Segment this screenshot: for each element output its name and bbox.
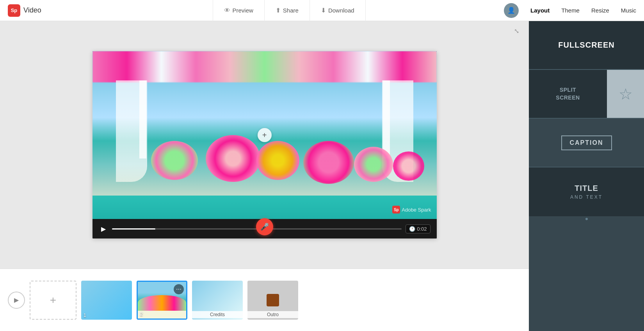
layout-caption[interactable]: CAPTION (529, 119, 644, 167)
timeline-play-button[interactable]: ▶ (8, 292, 25, 309)
download-label: Download (328, 7, 354, 14)
add-slide-button[interactable]: + (30, 281, 76, 320)
layout-fullscreen[interactable]: FULLSCREEN (529, 21, 644, 70)
app-title: Video (23, 6, 41, 14)
header: Sp Video 👁 Preview ⬆ Share ⬇ Download 👤 … (0, 0, 644, 21)
header-right-nav: Layout Theme Resize Music (530, 7, 636, 14)
watermark: Sp Adobe Spark (392, 206, 431, 214)
add-element-button[interactable]: + (258, 128, 272, 142)
bouquet-4 (303, 141, 354, 184)
bouquet-2 (206, 135, 260, 182)
clock-icon: 🕐 (409, 226, 415, 232)
play-button[interactable]: ▶ (99, 224, 108, 233)
preview-button[interactable]: 👁 Preview (213, 0, 265, 21)
main: ⤡ (0, 21, 644, 331)
slide-options-button[interactable]: ⋯ (174, 284, 184, 294)
expand-icon[interactable]: ⤡ (514, 27, 523, 36)
slide-1-number: 1 (84, 313, 86, 318)
share-label: Share (283, 7, 299, 14)
right-panel: FULLSCREEN SPLITSCREEN ☆ CAPTION TITLE A… (529, 21, 644, 331)
logo-icon: Sp (8, 4, 20, 17)
canvas-area: ⤡ (0, 21, 529, 331)
download-icon: ⬇ (321, 7, 326, 14)
timeline: ▶ + 1 ⋯ 2 Credits (0, 269, 529, 331)
progress-fill (112, 228, 155, 230)
slide-credits-label: Credits (192, 311, 243, 318)
layout-subtitle-label: AND TEXT (570, 194, 603, 200)
slide-2-number: 2 (140, 311, 143, 317)
mic-icon: 🎤 (260, 222, 269, 231)
logo-area: Sp Video (0, 4, 78, 17)
share-icon: ⬆ (276, 7, 281, 14)
tab-theme[interactable]: Theme (561, 7, 580, 14)
bouquet-3 (256, 141, 299, 180)
tab-resize[interactable]: Resize (591, 7, 609, 14)
timeline-play-icon: ▶ (14, 296, 19, 304)
download-button[interactable]: ⬇ Download (310, 0, 366, 21)
slide-2-flowers (138, 295, 186, 311)
layout-fullscreen-label: FULLSCREEN (558, 41, 614, 50)
add-slide-icon: + (50, 294, 56, 306)
watermark-text: Adobe Spark (402, 207, 431, 213)
layout-split-screen-label: SPLITSCREEN (556, 86, 580, 101)
slide-2[interactable]: ⋯ 2 (137, 281, 187, 320)
share-button[interactable]: ⬆ Share (265, 0, 310, 21)
header-right: 👤 Layout Theme Resize Music (500, 3, 644, 18)
tab-music[interactable]: Music (621, 7, 636, 14)
bouquet-1 (151, 141, 198, 180)
layout-split-screen[interactable]: SPLITSCREEN ☆ (529, 70, 644, 119)
preview-label: Preview (233, 7, 253, 14)
slide-1[interactable]: 1 (81, 281, 132, 320)
user-avatar[interactable]: 👤 (504, 3, 519, 18)
video-container: ⤡ (0, 21, 529, 269)
slide-credits[interactable]: Credits (192, 281, 243, 320)
slide-outro-icon (267, 294, 279, 306)
bouquet-5 (354, 147, 393, 182)
layout-caption-label: CAPTION (570, 139, 603, 146)
time-display: 🕐 0:02 (406, 224, 430, 233)
layout-caption-box: CAPTION (561, 135, 612, 150)
layout-title-text[interactable]: TITLE AND TEXT (529, 167, 644, 216)
video-image: + Sp Adobe Spark (93, 51, 437, 219)
header-nav: 👁 Preview ⬆ Share ⬇ Download (78, 0, 500, 21)
layout-title-label: TITLE (575, 184, 598, 193)
scroll-indicator (585, 218, 588, 220)
floral-arch-top (93, 51, 437, 82)
star-icon: ☆ (619, 85, 633, 103)
preview-icon: 👁 (224, 7, 230, 14)
slide-outro[interactable]: Outro (247, 281, 298, 320)
time-value: 0:02 (417, 226, 427, 232)
slide-outro-label: Outro (247, 311, 298, 318)
layout-split-screen-right: ☆ (607, 70, 644, 118)
layout-split-screen-left: SPLITSCREEN (529, 70, 607, 118)
video-frame: + Sp Adobe Spark ▶ 🎤 (93, 51, 437, 238)
bouquet-6 (393, 151, 424, 181)
video-controls: ▶ 🎤 🕐 0:02 (93, 219, 437, 238)
tab-layout[interactable]: Layout (530, 7, 550, 14)
plus-icon: + (262, 131, 267, 140)
microphone-button[interactable]: 🎤 (256, 218, 273, 235)
watermark-logo: Sp (392, 206, 400, 214)
slide-1-background (81, 281, 132, 320)
avatar-icon: 👤 (507, 7, 515, 14)
